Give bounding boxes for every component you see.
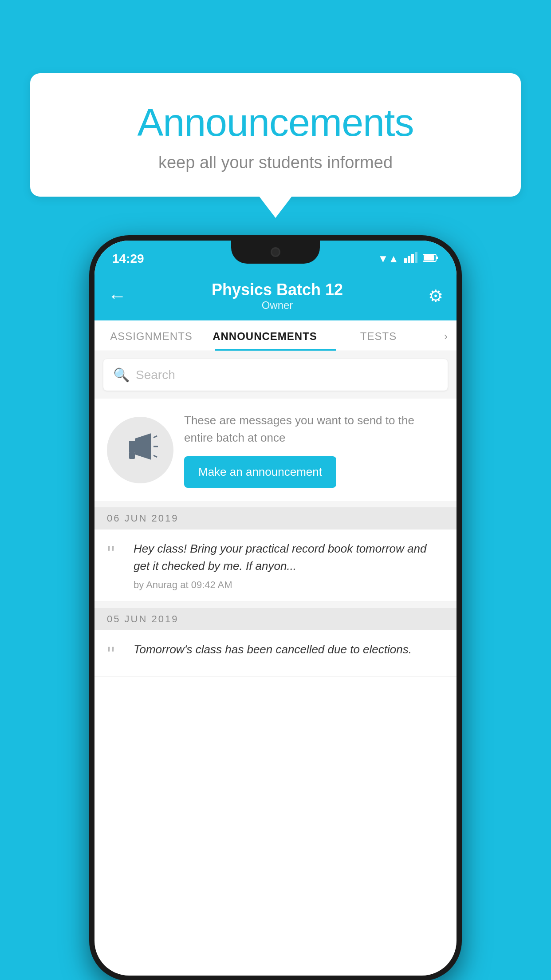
announcement-meta-1: by Anurag at 09:42 AM [134,579,444,591]
tabs-bar: ASSIGNMENTS ANNOUNCEMENTS TESTS › [94,320,457,351]
search-bar[interactable]: 🔍 Search [103,359,448,391]
announcement-text-block-1: Hey class! Bring your practical record b… [134,540,444,591]
battery-icon [423,253,439,265]
speech-bubble-container: Announcements keep all your students inf… [30,73,521,197]
promo-card: These are messages you want to send to t… [94,399,457,501]
svg-rect-5 [436,257,438,259]
announcement-item-2[interactable]: " Tomorrow's class has been cancelled du… [94,630,457,677]
tab-tests[interactable]: TESTS [322,320,435,351]
app-header: ← Physics Batch 12 Owner ⚙ [94,273,457,320]
phone-outer: 14:29 ▼▲ ← Physics Batch 12 Owner [89,235,462,980]
svg-rect-3 [415,252,417,263]
phone-wrapper: 14:29 ▼▲ ← Physics Batch 12 Owner [89,235,462,980]
notch [231,241,320,264]
svg-rect-9 [129,452,135,459]
svg-line-10 [153,436,157,438]
date-divider-1: 06 JUN 2019 [94,507,457,530]
announcements-title: Announcements [52,100,499,145]
promo-text-block: These are messages you want to send to t… [184,412,444,488]
announcement-text-2: Tomorrow's class has been cancelled due … [134,641,444,658]
svg-rect-1 [408,256,410,263]
status-time: 14:29 [112,252,144,266]
search-placeholder: Search [136,368,175,382]
notch-camera [271,247,280,257]
owner-label: Owner [212,299,343,312]
tab-announcements[interactable]: ANNOUNCEMENTS [208,320,322,351]
settings-icon[interactable]: ⚙ [428,286,443,306]
megaphone-icon [122,429,158,471]
tab-more[interactable]: › [435,320,457,351]
date-divider-2: 05 JUN 2019 [94,608,457,630]
make-announcement-button[interactable]: Make an announcement [184,456,336,488]
wifi-icon: ▼▲ [378,253,399,265]
phone-inner: 14:29 ▼▲ ← Physics Batch 12 Owner [94,241,457,976]
svg-marker-7 [129,441,135,452]
header-title-block: Physics Batch 12 Owner [212,281,343,312]
tab-assignments[interactable]: ASSIGNMENTS [94,320,208,351]
quote-icon-1: " [107,543,125,565]
announcement-item-1[interactable]: " Hey class! Bring your practical record… [94,530,457,602]
quote-icon-2: " [107,644,125,666]
speech-bubble: Announcements keep all your students inf… [30,73,521,197]
back-button[interactable]: ← [108,285,126,307]
announcement-text-block-2: Tomorrow's class has been cancelled due … [134,641,444,663]
svg-rect-0 [404,258,407,263]
signal-icon [404,252,417,265]
announcements-subtitle: keep all your students informed [52,153,499,172]
status-icons: ▼▲ [378,252,439,265]
promo-icon-circle [107,417,173,483]
content-area: 🔍 Search [94,351,457,677]
batch-name: Physics Batch 12 [212,281,343,299]
announcement-text-1: Hey class! Bring your practical record b… [134,540,444,575]
svg-rect-2 [411,254,414,263]
svg-line-12 [153,455,157,457]
svg-rect-6 [424,255,434,261]
svg-marker-8 [135,433,151,460]
promo-description: These are messages you want to send to t… [184,412,444,447]
search-icon: 🔍 [113,367,130,383]
